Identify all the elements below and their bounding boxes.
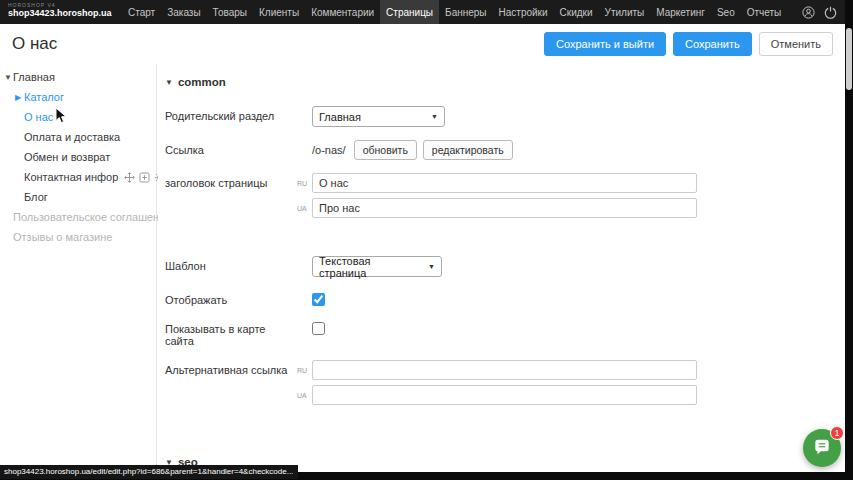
sidebar-item-5[interactable]: Обмен и возврат [0,147,156,167]
template-select[interactable]: Текстовая страница ▼ [312,256,442,277]
sidebar-item-4[interactable]: Оплата и доставка [0,127,156,147]
pages-tree-sidebar: ▼Главная▶КаталогО насОплата и доставкаОб… [0,64,157,472]
sidebar-item-label: Каталог [24,91,64,103]
field-label: Ссылка [165,140,297,156]
field-label: Шаблон [165,256,297,272]
lang-ua-label: UA [297,205,312,212]
top-nav: СтартЗаказыТоварыКлиентыКомментарииСтран… [122,0,787,24]
section-collapse-icon: ▼ [165,78,173,87]
sidebar-item-label: О нас [24,111,53,123]
logo-shop-domain: shop34423.horoshop.ua [8,9,122,19]
page-title: О нас [12,34,57,54]
form-row-template: Шаблон Текстовая страница ▼ [165,256,845,277]
section-common[interactable]: ▼ common [165,76,845,88]
right-edge-strip [845,0,853,480]
nav-item-3[interactable]: Товары [207,0,253,24]
chat-unread-badge: 1 [830,426,844,440]
move-icon[interactable] [124,172,135,183]
nav-item-6[interactable]: Страницы [380,0,439,24]
save-button[interactable]: Сохранить [673,32,752,56]
parent-section-value: Главная [319,111,361,123]
sitemap-checkbox[interactable] [312,322,325,335]
nav-item-7[interactable]: Баннеры [439,0,492,24]
sidebar-item-6[interactable]: Контактная инфор [0,167,156,187]
page-title-ru-input[interactable] [312,173,697,193]
nav-item-4[interactable]: Клиенты [253,0,305,24]
field-label: Родительский раздел [165,106,297,122]
form-row-link: Ссылка /o-nas/ обновить редактировать [165,140,845,160]
app-window: HOROSHOP V4 shop34423.horoshop.ua СтартЗ… [0,0,853,480]
logout-icon[interactable] [824,6,837,19]
field-label: Отображать [165,290,297,306]
section-common-title: common [178,76,226,88]
nav-item-12[interactable]: Seo [711,0,741,24]
field-label: Альтернативная ссылка [165,360,297,376]
alt-link-ru-input[interactable] [312,360,697,380]
status-bar-url: shop34423.horoshop.ua/edit/edit.php?id=6… [0,465,298,479]
page-header: О нас Сохранить и выйти Сохранить Отмени… [0,24,845,64]
display-checkbox[interactable] [312,293,325,306]
sidebar-item-label: Пользовательское соглашение [13,211,171,223]
chevron-down-icon: ▼ [431,113,438,120]
sidebar-item-label: Главная [13,71,55,83]
nav-item-2[interactable]: Заказы [161,0,206,24]
lang-ru-label: RU [297,180,312,187]
nav-item-11[interactable]: Маркетинг [650,0,711,24]
form-row-alt-link: Альтернативная ссылка RU UA [165,360,845,430]
field-label: Показывать в карте сайта [165,319,297,347]
sidebar-item-7[interactable]: Блог [0,187,156,207]
nav-item-8[interactable]: Настройки [493,0,554,24]
logo[interactable]: HOROSHOP V4 shop34423.horoshop.ua [0,0,122,24]
sidebar-item-9[interactable]: Отзывы о магазине [0,227,156,247]
chat-widget-button[interactable]: 1 [803,429,841,467]
parent-section-select[interactable]: Главная ▼ [312,106,445,127]
nav-item-5[interactable]: Комментарии [305,0,380,24]
sidebar-item-8[interactable]: Пользовательское соглашение [0,207,156,227]
nav-item-9[interactable]: Скидки [554,0,599,24]
refresh-link-button[interactable]: обновить [354,140,417,160]
chat-bubble-icon [812,438,832,458]
sidebar-item-label: Отзывы о магазине [13,231,112,243]
link-value: /o-nas/ [312,144,346,156]
chevron-down-icon: ▼ [428,263,435,270]
caret-down-icon[interactable]: ▼ [4,73,13,82]
page-edit-form: ▼ common Родительский раздел Главная ▼ С… [158,64,845,472]
top-bar: HOROSHOP V4 shop34423.horoshop.ua СтартЗ… [0,0,853,24]
sidebar-item-label: Контактная инфор [24,171,118,183]
user-icon[interactable] [802,6,815,19]
nav-item-10[interactable]: Утилиты [599,0,651,24]
vertical-scrollbar[interactable] [846,28,852,90]
field-label: заголовок страницы [165,173,297,189]
sidebar-item-1[interactable]: ▼Главная [0,67,156,87]
page-title-ua-input[interactable] [312,198,697,218]
alt-link-ua-input[interactable] [312,385,697,405]
header-actions: Сохранить и выйти Сохранить Отменить [544,32,833,56]
add-icon[interactable] [139,172,150,183]
form-row-page-title: заголовок страницы RU UA [165,173,845,243]
sidebar-item-2[interactable]: ▶Каталог [0,87,156,107]
caret-right-icon[interactable]: ▶ [15,93,24,102]
lang-ua-label: UA [297,392,312,399]
save-and-exit-button[interactable]: Сохранить и выйти [544,32,666,56]
template-value: Текстовая страница [319,255,418,279]
cancel-button[interactable]: Отменить [759,32,833,56]
nav-item-13[interactable]: Отчеты [741,0,788,24]
sidebar-item-label: Обмен и возврат [24,151,110,163]
sidebar-item-label: Блог [24,191,48,203]
sidebar-item-3[interactable]: О нас [0,107,156,127]
edit-link-button[interactable]: редактировать [423,140,513,160]
form-row-parent: Родительский раздел Главная ▼ [165,106,845,127]
lang-ru-label: RU [297,367,312,374]
form-row-display: Отображать [165,290,845,306]
nav-item-1[interactable]: Старт [122,0,161,24]
form-row-sitemap: Показывать в карте сайта [165,319,845,347]
sidebar-item-label: Оплата и доставка [24,131,120,143]
